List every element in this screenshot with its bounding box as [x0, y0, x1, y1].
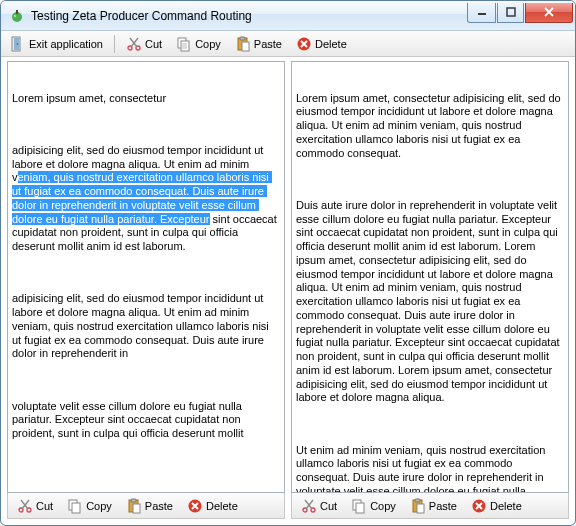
- paste-icon: [410, 498, 426, 514]
- close-button[interactable]: [525, 3, 573, 23]
- paste-label: Paste: [254, 38, 282, 50]
- editor-text: voluptate velit esse cillum dolore eu fu…: [12, 400, 280, 441]
- maximize-button[interactable]: [497, 3, 524, 23]
- svg-point-2: [14, 14, 16, 16]
- delete-label: Delete: [206, 500, 238, 512]
- copy-icon: [67, 498, 83, 514]
- editor-text: Lorem ipsum amet, consectetur adipisicin…: [296, 92, 564, 161]
- toolbar-separator: [114, 35, 115, 53]
- titlebar[interactable]: Testing Zeta Producer Command Routing: [1, 1, 575, 31]
- cut-button[interactable]: Cut: [121, 33, 167, 55]
- cut-label: Cut: [145, 38, 162, 50]
- paste-label: Paste: [429, 500, 457, 512]
- delete-button[interactable]: Delete: [466, 495, 527, 517]
- paste-label: Paste: [145, 500, 173, 512]
- paste-button[interactable]: Paste: [230, 33, 287, 55]
- scissors-icon: [301, 498, 317, 514]
- editor-text: Ut enim ad minim veniam, quis nostrud ex…: [296, 444, 564, 494]
- svg-rect-1: [16, 10, 18, 14]
- copy-button[interactable]: Copy: [62, 495, 117, 517]
- right-editor[interactable]: Lorem ipsum amet, consectetur adipisicin…: [291, 61, 569, 493]
- paste-icon: [235, 36, 251, 52]
- svg-rect-3: [478, 13, 486, 15]
- scissors-icon: [126, 36, 142, 52]
- main-toolbar: Exit application Cut Copy Paste Delete: [1, 31, 575, 57]
- window-controls: [467, 3, 573, 23]
- door-icon: [10, 36, 26, 52]
- copy-icon: [176, 36, 192, 52]
- cut-label: Cut: [320, 500, 337, 512]
- copy-button[interactable]: Copy: [346, 495, 401, 517]
- left-pane-toolbar: Cut Copy Paste Delete: [7, 493, 285, 519]
- svg-rect-13: [240, 37, 245, 40]
- scissors-icon: [17, 498, 33, 514]
- delete-icon: [187, 498, 203, 514]
- svg-rect-14: [242, 42, 249, 51]
- copy-label: Copy: [195, 38, 221, 50]
- left-editor[interactable]: Lorem ipsum amet, consectetur adipisicin…: [7, 61, 285, 493]
- delete-button[interactable]: Delete: [182, 495, 243, 517]
- right-pane: Lorem ipsum amet, consectetur adipisicin…: [291, 61, 569, 519]
- svg-rect-4: [507, 8, 515, 16]
- svg-rect-30: [417, 504, 424, 513]
- left-pane: Lorem ipsum amet, consectetur adipisicin…: [7, 61, 285, 519]
- right-pane-toolbar: Cut Copy Paste Delete: [291, 493, 569, 519]
- svg-rect-29: [415, 499, 420, 502]
- delete-button[interactable]: Delete: [291, 33, 352, 55]
- window-title: Testing Zeta Producer Command Routing: [31, 9, 467, 23]
- paste-button[interactable]: Paste: [121, 495, 178, 517]
- delete-icon: [296, 36, 312, 52]
- exit-button[interactable]: Exit application: [5, 33, 108, 55]
- svg-rect-27: [356, 503, 364, 513]
- delete-label: Delete: [315, 38, 347, 50]
- svg-rect-21: [131, 499, 136, 502]
- svg-rect-22: [133, 504, 140, 513]
- editor-text: adipisicing elit, sed do eiusmod tempor …: [12, 144, 280, 254]
- svg-rect-19: [72, 503, 80, 513]
- svg-point-7: [17, 43, 19, 45]
- content-area: Lorem ipsum amet, consectetur adipisicin…: [1, 57, 575, 521]
- editor-text: Duis aute irure dolor in reprehenderit i…: [296, 199, 564, 405]
- paste-button[interactable]: Paste: [405, 495, 462, 517]
- minimize-button[interactable]: [467, 3, 496, 23]
- editor-text: adipisicing elit, sed do eiusmod tempor …: [12, 292, 280, 361]
- cut-button[interactable]: Cut: [12, 495, 58, 517]
- cut-button[interactable]: Cut: [296, 495, 342, 517]
- paste-icon: [126, 498, 142, 514]
- app-icon: [9, 8, 25, 24]
- delete-icon: [471, 498, 487, 514]
- copy-icon: [351, 498, 367, 514]
- delete-label: Delete: [490, 500, 522, 512]
- app-window: Testing Zeta Producer Command Routing Ex…: [0, 0, 576, 526]
- copy-button[interactable]: Copy: [171, 33, 226, 55]
- copy-label: Copy: [86, 500, 112, 512]
- copy-label: Copy: [370, 500, 396, 512]
- cut-label: Cut: [36, 500, 53, 512]
- editor-text: Lorem ipsum amet, consectetur: [12, 92, 280, 106]
- exit-label: Exit application: [29, 38, 103, 50]
